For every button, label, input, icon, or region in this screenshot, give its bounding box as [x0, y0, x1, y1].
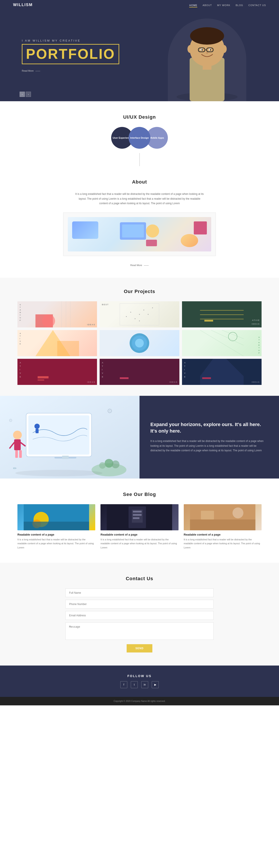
social-facebook-icon[interactable]: f	[120, 681, 127, 688]
project-card-4[interactable]: ATIVE	[18, 330, 97, 356]
svg-point-32	[126, 316, 127, 317]
contact-phone-input[interactable]	[65, 600, 214, 609]
project-card-9[interactable]: ATIVE IDEAS	[182, 359, 261, 385]
carousel-prev-btn[interactable]: ‹	[20, 92, 25, 97]
contact-title: Contact Us	[65, 576, 214, 582]
svg-rect-36	[204, 320, 213, 321]
about-title: About	[44, 179, 235, 185]
svg-rect-14	[203, 63, 212, 70]
svg-text:⚙: ⚙	[9, 418, 12, 423]
nav-item-home[interactable]: HOME	[189, 3, 197, 7]
svg-rect-57	[62, 456, 69, 459]
svg-rect-38	[57, 341, 79, 356]
project-card-8[interactable]: ATIVE IDEAS	[100, 359, 179, 385]
contact-form: SEND	[65, 588, 214, 652]
follow-title: FOLLOW US	[9, 674, 270, 678]
svg-point-25	[139, 314, 140, 315]
social-linkedin-icon[interactable]: in	[141, 681, 148, 688]
explore-illustration: ⚙ ⚙ ✏	[0, 396, 140, 478]
project-card-3[interactable]: ATIVEIDEAS	[182, 301, 261, 328]
blog-section: See Our Blog Readable content of a page …	[0, 478, 279, 563]
footer-copyright: Copyright © 2020 Company Name All rights…	[9, 700, 270, 702]
blog-card-2[interactable]: Readable content of a page It is a long …	[101, 504, 178, 550]
nav-item-about[interactable]: ABOUT	[202, 3, 212, 7]
svg-rect-55	[35, 429, 38, 433]
blog-card-title-3: Readable content of a page	[184, 533, 261, 536]
carousel-next-btn[interactable]: ›	[26, 92, 31, 97]
svg-rect-35	[200, 319, 244, 319]
svg-rect-48	[120, 377, 129, 379]
nav-item-contact[interactable]: CONTACT US	[249, 3, 266, 7]
svg-text:⚙: ⚙	[107, 407, 113, 414]
project-inner-2: BEST	[100, 301, 179, 328]
project-label-4: ATIVE	[20, 332, 21, 345]
projects-title: Our Projects	[18, 289, 261, 294]
blog-card-3[interactable]: Readable content of a page It is a long …	[184, 504, 261, 550]
svg-point-12	[188, 45, 193, 53]
svg-point-9	[201, 49, 203, 51]
svg-rect-50	[202, 377, 211, 379]
blog-card-title-2: Readable content of a page	[101, 533, 178, 536]
project-inner-8: ATIVE IDEAS	[100, 359, 179, 385]
blog-card-text-2: It is a long established fact that a rea…	[101, 537, 178, 550]
social-youtube-icon[interactable]: ▶	[152, 681, 159, 688]
svg-point-54	[34, 424, 40, 429]
contact-name-input[interactable]	[65, 588, 214, 597]
svg-point-70	[112, 461, 119, 468]
about-img-deco2	[181, 234, 198, 247]
projects-grid: STARTUP IDEAS BEST	[18, 301, 261, 385]
explore-content: Expand your horizons, explore ours. It's…	[140, 396, 279, 478]
project-inner-4: ATIVE	[18, 330, 97, 356]
svg-point-3	[190, 27, 224, 44]
project-ideas-1: IDEAS	[87, 323, 95, 326]
contact-submit-button[interactable]: SEND	[127, 644, 152, 652]
navbar-links: HOME ABOUT MY WORK BLOG CONTACT US	[189, 3, 266, 7]
blog-card-1[interactable]: Readable content of a page It is a long …	[18, 504, 95, 550]
svg-text:✏: ✏	[13, 466, 17, 471]
explore-image: ⚙ ⚙ ✏	[0, 396, 140, 478]
svg-rect-63	[19, 450, 22, 458]
project-label-6: STARTUP	[258, 336, 260, 354]
svg-point-58	[13, 431, 22, 439]
about-illustration	[68, 217, 211, 251]
social-twitter-icon[interactable]: t	[131, 681, 138, 688]
contact-message-input[interactable]	[65, 622, 214, 640]
project-inner-5	[100, 330, 179, 356]
project-inner-7: ATIVE IDEAS	[18, 359, 97, 385]
hero-readmore-link[interactable]: Read More	[22, 69, 119, 72]
svg-point-30	[139, 320, 140, 321]
hero-title: PORTFOLIO	[22, 44, 119, 64]
svg-point-10	[210, 49, 211, 51]
hero-section: I AM WILLISM MY CREATIVE PORTFOLIO Read …	[0, 10, 279, 101]
uiux-circles: User Experience Interface Design Mobile …	[0, 127, 279, 149]
project-inner-3: ATIVEIDEAS	[182, 301, 261, 328]
nav-item-mywork[interactable]: MY WORK	[217, 3, 230, 7]
circle-interface-design[interactable]: Interface Design	[129, 127, 150, 149]
follow-section: FOLLOW US f t in ▶	[0, 665, 279, 697]
project-label-8: ATIVE	[102, 361, 104, 379]
explore-title: Expand your horizons, explore ours. It's…	[150, 421, 268, 435]
nav-item-blog[interactable]: BLOG	[235, 3, 243, 7]
project-label-3: ATIVEIDEAS	[252, 318, 260, 326]
svg-rect-85	[201, 511, 214, 520]
project-card-5[interactable]	[100, 330, 179, 356]
svg-point-27	[135, 318, 136, 319]
project-ideas-9: IDEAS	[252, 381, 260, 383]
blog-grid: Readable content of a page It is a long …	[18, 504, 261, 550]
project-ideas-8: IDEAS	[169, 381, 178, 383]
projects-section: Our Projects STARTUP IDEAS	[0, 278, 279, 396]
svg-rect-33	[200, 310, 244, 311]
svg-point-13	[221, 45, 227, 53]
svg-rect-34	[200, 314, 244, 315]
about-img-deco3	[194, 221, 207, 235]
contact-email-input[interactable]	[65, 611, 214, 620]
project-card-7[interactable]: ATIVE IDEAS	[18, 359, 97, 385]
project-card-6[interactable]: STARTUP	[182, 330, 261, 356]
project-inner-9: ATIVE IDEAS	[182, 359, 261, 385]
svg-rect-59	[14, 439, 21, 450]
project-card-1[interactable]: STARTUP IDEAS	[18, 301, 97, 328]
about-readmore-link[interactable]: Read More	[130, 264, 149, 267]
navbar-logo[interactable]: WILLISM	[13, 3, 33, 7]
svg-point-11	[206, 52, 208, 54]
project-card-2[interactable]: BEST	[100, 301, 179, 328]
